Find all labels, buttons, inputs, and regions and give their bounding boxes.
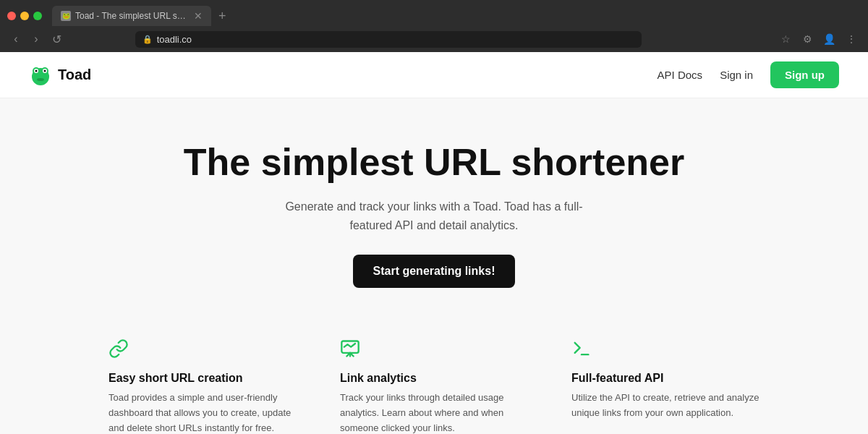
browser-action-buttons: ☆ ⚙ 👤 ⋮ [778, 31, 859, 47]
features-section: Easy short URL creation Toad provides a … [0, 317, 868, 434]
feature-api: Full-featured API Utilize the API to cre… [571, 339, 760, 434]
feature-analytics-desc: Track your links through detailed usage … [340, 391, 528, 434]
tab-favicon-icon: 🐸 [61, 11, 71, 21]
tab-bar: 🐸 Toad - The simplest URL shor... ✕ + [0, 0, 868, 26]
feature-api-title: Full-featured API [571, 372, 760, 385]
sign-up-button[interactable]: Sign up [770, 61, 839, 88]
logo-frog-icon [29, 64, 52, 87]
minimize-window-button[interactable] [20, 12, 29, 20]
api-docs-link[interactable]: API Docs [658, 69, 703, 81]
site-logo[interactable]: Toad [29, 64, 91, 87]
traffic-lights [7, 12, 42, 20]
forward-button[interactable]: › [29, 33, 43, 46]
website-content: Toad API Docs Sign in Sign up The simple… [0, 52, 868, 434]
browser-chrome: 🐸 Toad - The simplest URL shor... ✕ + ‹ … [0, 0, 868, 52]
feature-api-desc: Utilize the API to create, retrieve and … [571, 391, 760, 421]
hero-section: The simplest URL shortener Generate and … [0, 98, 868, 317]
tab-title: Toad - The simplest URL shor... [75, 11, 190, 21]
url-input[interactable]: 🔒 toadli.co [135, 31, 642, 48]
browser-window: 🐸 Toad - The simplest URL shor... ✕ + ‹ … [0, 0, 868, 434]
maximize-window-button[interactable] [33, 12, 42, 20]
hero-subtitle: Generate and track your links with a Toa… [275, 197, 593, 234]
svg-point-5 [35, 69, 38, 72]
menu-icon[interactable]: ⋮ [843, 31, 859, 47]
extensions-icon[interactable]: ⚙ [800, 31, 816, 47]
back-button[interactable]: ‹ [9, 33, 23, 46]
sign-in-link[interactable]: Sign in [720, 69, 753, 81]
url-text: toadli.co [157, 34, 192, 45]
reload-button[interactable]: ↺ [49, 33, 64, 46]
svg-point-7 [37, 78, 44, 81]
svg-point-6 [44, 69, 46, 72]
link-icon [109, 339, 297, 363]
cta-button[interactable]: Start generating links! [353, 255, 516, 288]
feature-url-desc: Toad provides a simple and user-friendly… [109, 391, 297, 434]
feature-analytics: Link analytics Track your links through … [340, 339, 528, 434]
nav-actions: API Docs Sign in Sign up [658, 61, 839, 88]
feature-analytics-title: Link analytics [340, 372, 528, 385]
tab-close-button[interactable]: ✕ [194, 11, 203, 21]
analytics-icon [340, 339, 528, 363]
profile-icon[interactable]: 👤 [822, 31, 838, 47]
terminal-icon [571, 339, 760, 363]
browser-tab-active[interactable]: 🐸 Toad - The simplest URL shor... ✕ [52, 6, 211, 26]
feature-url-creation: Easy short URL creation Toad provides a … [109, 339, 297, 434]
bookmark-icon[interactable]: ☆ [778, 31, 794, 47]
lock-icon: 🔒 [142, 35, 153, 44]
close-window-button[interactable] [7, 12, 16, 20]
logo-text: Toad [58, 67, 91, 83]
feature-url-title: Easy short URL creation [109, 372, 297, 385]
address-bar: ‹ › ↺ 🔒 toadli.co ☆ ⚙ 👤 ⋮ [0, 26, 868, 52]
site-nav: Toad API Docs Sign in Sign up [0, 52, 868, 98]
new-tab-button[interactable]: + [218, 9, 226, 24]
hero-title: The simplest URL shortener [184, 142, 685, 183]
